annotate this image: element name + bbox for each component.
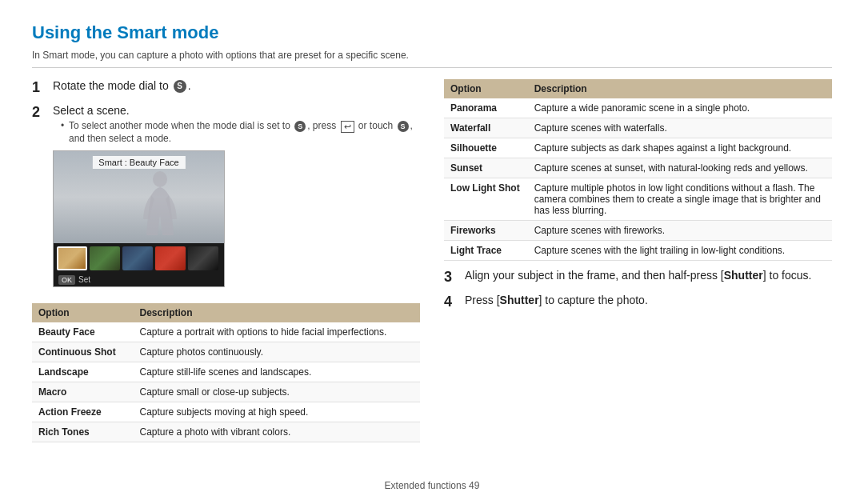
step-3-title: Align your subject in the frame, and the…	[465, 269, 832, 282]
right-option-cell: Low Light Shot	[444, 178, 528, 221]
step-2-title: Select a scene.	[53, 104, 420, 117]
thumb-5[interactable]	[188, 246, 218, 270]
left-desc-cell: Capture small or close-up subjects.	[134, 382, 420, 402]
left-desc-cell: Capture a portrait with options to hide …	[134, 322, 420, 342]
left-option-cell: Landscape	[32, 362, 134, 382]
left-table-row: MacroCapture small or close-up subjects.	[32, 382, 420, 402]
right-desc-cell: Capture scenes with the light trailing i…	[528, 241, 832, 261]
right-table-body: PanoramaCapture a wide panoramic scene i…	[444, 98, 832, 261]
left-option-cell: Action Freeze	[32, 402, 134, 422]
step-4: 4 Press [Shutter] to capture the photo.	[444, 294, 832, 310]
left-desc-cell: Capture photos continuously.	[134, 342, 420, 362]
s-icon: S	[174, 80, 186, 93]
back-icon: ↩	[341, 121, 354, 133]
step-1-number: 1	[32, 79, 46, 96]
step-1-title: Rotate the mode dial to S.	[53, 79, 420, 93]
camera-footer: OK Set	[54, 274, 224, 286]
person-silhouette	[140, 171, 180, 243]
right-table-row: SunsetCapture scenes at sunset, with nat…	[444, 158, 832, 178]
left-table-row: Rich TonesCapture a photo with vibrant c…	[32, 422, 420, 442]
thumb-2[interactable]	[90, 246, 120, 270]
step-4-number: 4	[444, 294, 458, 310]
step-2-number: 2	[32, 104, 46, 121]
right-table-header-option: Option	[444, 79, 528, 98]
right-table-header-row: Option Description	[444, 79, 832, 98]
right-desc-cell: Capture subjects as dark shapes against …	[528, 138, 832, 158]
left-table-header-description: Description	[134, 303, 420, 322]
step-2: 2 Select a scene. To select another mode…	[32, 104, 420, 294]
step-4-content: Press [Shutter] to capture the photo.	[465, 294, 832, 310]
thumb-4[interactable]	[155, 246, 186, 270]
thumb-3[interactable]	[122, 246, 153, 270]
right-option-cell: Waterfall	[444, 118, 528, 138]
right-desc-cell: Capture scenes with fireworks.	[528, 221, 832, 241]
svg-point-0	[153, 171, 167, 187]
s-icon-3: S	[398, 121, 409, 132]
right-desc-cell: Capture multiple photos in low light con…	[528, 178, 832, 221]
left-option-cell: Macro	[32, 382, 134, 402]
page-footer: Extended functions 49	[0, 480, 864, 491]
set-label: Set	[78, 275, 90, 284]
step-1-content: Rotate the mode dial to S.	[53, 79, 420, 96]
camera-screen: Smart : Beauty Face	[54, 151, 224, 243]
step-3: 3 Align your subject in the frame, and t…	[444, 269, 832, 286]
left-table-row: Beauty FaceCapture a portrait with optio…	[32, 322, 420, 342]
right-column: Option Description PanoramaCapture a wid…	[444, 79, 832, 450]
step-2-bullet: To select another mode when the mode dia…	[61, 120, 420, 143]
left-column: 1 Rotate the mode dial to S. 2 Select a …	[32, 79, 420, 450]
right-option-cell: Light Trace	[444, 241, 528, 261]
camera-thumbnails	[54, 243, 224, 274]
step-2-bullets: To select another mode when the mode dia…	[53, 120, 420, 143]
step-3-number: 3	[444, 269, 458, 286]
left-table-row: Continuous ShotCapture photos continuous…	[32, 342, 420, 362]
left-table: Option Description Beauty FaceCapture a …	[32, 303, 420, 442]
right-desc-cell: Capture a wide panoramic scene in a sing…	[528, 98, 832, 118]
left-table-header-option: Option	[32, 303, 134, 322]
camera-label: Smart : Beauty Face	[92, 156, 185, 169]
thumb-1[interactable]	[57, 246, 87, 270]
right-table: Option Description PanoramaCapture a wid…	[444, 79, 832, 261]
left-table-body: Beauty FaceCapture a portrait with optio…	[32, 322, 420, 442]
page-title: Using the Smart mode	[32, 22, 832, 43]
left-desc-cell: Capture a photo with vibrant colors.	[134, 422, 420, 442]
left-table-row: LandscapeCapture still-life scenes and l…	[32, 362, 420, 382]
page-subtitle: In Smart mode, you can capture a photo w…	[32, 50, 832, 68]
step-2-content: Select a scene. To select another mode w…	[53, 104, 420, 294]
right-desc-cell: Capture scenes with waterfalls.	[528, 118, 832, 138]
right-option-cell: Silhouette	[444, 138, 528, 158]
step-4-title: Press [Shutter] to capture the photo.	[465, 294, 832, 306]
ok-button[interactable]: OK	[58, 275, 75, 285]
left-option-cell: Continuous Shot	[32, 342, 134, 362]
right-table-row: PanoramaCapture a wide panoramic scene i…	[444, 98, 832, 118]
right-table-row: Light TraceCapture scenes with the light…	[444, 241, 832, 261]
right-table-row: Low Light ShotCapture multiple photos in…	[444, 178, 832, 221]
left-table-header-row: Option Description	[32, 303, 420, 322]
right-table-header-description: Description	[528, 79, 832, 98]
left-option-cell: Beauty Face	[32, 322, 134, 342]
left-table-row: Action FreezeCapture subjects moving at …	[32, 402, 420, 422]
right-option-cell: Fireworks	[444, 221, 528, 241]
step-3-content: Align your subject in the frame, and the…	[465, 269, 832, 285]
right-table-row: SilhouetteCapture subjects as dark shape…	[444, 138, 832, 158]
left-option-cell: Rich Tones	[32, 422, 134, 442]
step-1: 1 Rotate the mode dial to S.	[32, 79, 420, 96]
right-option-cell: Sunset	[444, 158, 528, 178]
right-table-row: WaterfallCapture scenes with waterfalls.	[444, 118, 832, 138]
camera-preview: Smart : Beauty Face	[53, 150, 225, 287]
s-icon-2: S	[294, 121, 306, 132]
left-desc-cell: Capture still-life scenes and landscapes…	[134, 362, 420, 382]
right-table-row: FireworksCapture scenes with fireworks.	[444, 221, 832, 241]
right-option-cell: Panorama	[444, 98, 528, 118]
left-desc-cell: Capture subjects moving at high speed.	[134, 402, 420, 422]
right-desc-cell: Capture scenes at sunset, with natural-l…	[528, 158, 832, 178]
